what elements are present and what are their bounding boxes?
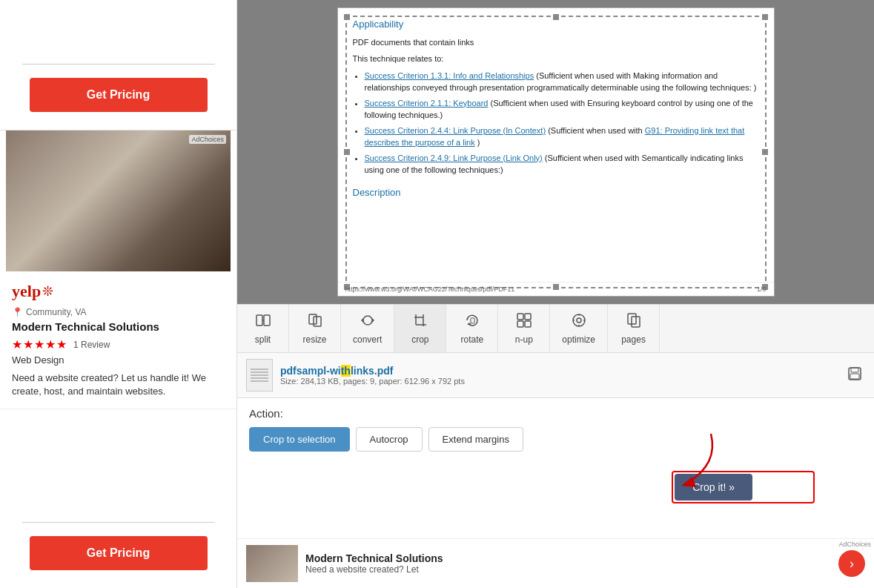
- yelp-location: 📍 Community, VA: [12, 307, 225, 317]
- pdf-link-3[interactable]: Success Criterion 2.4.4: Link Purpose (I…: [365, 126, 546, 135]
- ad-image: AdChoices: [6, 131, 231, 271]
- location-pin-icon: 📍: [12, 307, 23, 317]
- svg-rect-4: [314, 317, 321, 326]
- autocrop-button[interactable]: Autocrop: [356, 427, 423, 452]
- yelp-logo: yelp ❊: [12, 282, 225, 301]
- meeting-photo: [6, 131, 231, 271]
- business-description: Need a website created? Let us handle it…: [12, 371, 225, 398]
- action-buttons: Crop to selection Autocrop Extend margin…: [249, 427, 862, 452]
- svg-rect-14: [525, 314, 531, 320]
- left-sidebar: Get Pricing AdChoices yelp ❊ 📍 Community…: [0, 0, 237, 588]
- get-pricing-button-bottom[interactable]: Get Pricing: [30, 536, 208, 570]
- file-info: pdfsampl-withlinks.pdf Size: 284,13 KB, …: [237, 353, 874, 398]
- toolbar-resize[interactable]: resize: [289, 305, 341, 352]
- toolbar-convert[interactable]: convert: [341, 305, 394, 352]
- ad-divider-top: [22, 64, 215, 65]
- pdf-content: Applicability PDF documents that contain…: [338, 8, 774, 213]
- ad-top-section: Get Pricing: [0, 0, 236, 131]
- toolbar-optimize[interactable]: optimize: [550, 305, 608, 352]
- ad-choices-overlay: AdChoices: [189, 135, 226, 144]
- action-label: Action:: [249, 407, 862, 420]
- bottom-ad-image: [246, 545, 298, 582]
- red-arrow: [637, 426, 726, 493]
- location-text: Community, VA: [26, 307, 87, 317]
- pdf-text1: PDF documents that contain links: [353, 36, 759, 49]
- pdf-text2: This technique relates to:: [353, 53, 759, 65]
- pdf-link-2[interactable]: Success Criterion 2.1.1: Keyboard: [365, 99, 489, 108]
- file-name-start: pdfsampl-wi: [280, 365, 341, 377]
- bottom-ad-cta-button[interactable]: ›: [838, 550, 865, 577]
- extend-margins-button[interactable]: Extend margins: [428, 427, 523, 452]
- crop-to-selection-button[interactable]: Crop to selection: [249, 427, 350, 452]
- pdf-link-3-rest2: ): [477, 138, 480, 147]
- crop-icon: [412, 312, 428, 332]
- get-pricing-button-top[interactable]: Get Pricing: [30, 78, 208, 112]
- n-up-label: n-up: [515, 334, 533, 345]
- pdf-viewer: Applicability PDF documents that contain…: [237, 0, 874, 304]
- rotate-label: rotate: [461, 334, 484, 345]
- yelp-text: yelp: [12, 282, 41, 301]
- resize-icon: [307, 312, 323, 332]
- ad-image-block: AdChoices: [0, 131, 236, 271]
- pdf-link-4[interactable]: Success Criterion 2.4.9: Link Purpose (L…: [365, 153, 543, 162]
- pdf-description-title: Description: [353, 185, 759, 200]
- svg-rect-0: [256, 315, 262, 326]
- ad-divider-bottom: [22, 522, 215, 523]
- n-up-icon: [516, 312, 532, 332]
- bottom-ad-choices: AdChoices: [838, 541, 871, 548]
- file-name-end: links.pdf: [351, 365, 394, 377]
- file-icon: [246, 359, 273, 392]
- bottom-ad-desc: Need a website created? Let: [305, 564, 443, 575]
- yelp-section: yelp ❊ 📍 Community, VA Modern Technical …: [0, 271, 236, 409]
- split-icon: [255, 312, 271, 332]
- file-save-button[interactable]: [844, 363, 865, 388]
- business-category: Web Design: [12, 354, 225, 366]
- pdf-footer-page: 1/9: [757, 285, 767, 293]
- toolbar-rotate[interactable]: rotate: [446, 305, 498, 352]
- stars-display: ★★★★★: [12, 337, 67, 351]
- review-count: 1 Review: [73, 340, 110, 350]
- svg-rect-16: [525, 321, 531, 327]
- toolbar-crop[interactable]: crop: [394, 305, 446, 352]
- ad-bottom-section: Get Pricing: [0, 503, 236, 588]
- crop-it-section: Crop it! »: [237, 463, 874, 511]
- toolbar-split[interactable]: split: [237, 305, 289, 352]
- pdf-footer-url: https://www.w3.org/WAI/WCAG22/Techniques…: [345, 285, 515, 293]
- pdf-link-1[interactable]: Success Criterion 1.3.1: Info and Relati…: [365, 71, 534, 80]
- optimize-icon: [571, 312, 587, 332]
- svg-rect-26: [851, 368, 858, 372]
- convert-icon: [360, 312, 376, 332]
- pdf-applicability-title: Applicability: [353, 17, 759, 32]
- main-content: Applicability PDF documents that contain…: [237, 0, 874, 588]
- svg-point-18: [577, 318, 581, 323]
- ad-spacer: [12, 12, 225, 56]
- list-item: Success Criterion 2.4.4: Link Purpose (I…: [365, 125, 759, 149]
- svg-rect-15: [517, 321, 523, 327]
- pdf-footer: https://www.w3.org/WAI/WCAG22/Techniques…: [338, 282, 774, 296]
- stars-row: ★★★★★ 1 Review: [12, 337, 225, 351]
- bottom-ad-title: Modern Technical Solutions: [305, 552, 443, 564]
- toolbar: split resize convert: [237, 304, 874, 353]
- pages-icon: [626, 312, 642, 332]
- split-label: split: [255, 334, 271, 345]
- svg-marker-6: [361, 318, 363, 323]
- business-name: Modern Technical Solutions: [12, 320, 225, 333]
- pdf-list: Success Criterion 1.3.1: Info and Relati…: [365, 70, 759, 176]
- file-meta: Size: 284,13 KB, pages: 9, paper: 612.96…: [280, 377, 844, 386]
- pdf-link-3-rest: (Sufficient when used with: [548, 126, 645, 135]
- yelp-burst-icon: ❊: [42, 283, 53, 300]
- optimize-label: optimize: [562, 334, 595, 345]
- toolbar-pages[interactable]: pages: [608, 305, 660, 352]
- svg-rect-13: [517, 314, 523, 320]
- toolbar-n-up[interactable]: n-up: [498, 305, 550, 352]
- svg-rect-12: [471, 318, 474, 323]
- file-details: pdfsampl-withlinks.pdf Size: 284,13 KB, …: [280, 365, 844, 386]
- pages-label: pages: [621, 334, 646, 345]
- file-name: pdfsampl-withlinks.pdf: [280, 365, 844, 377]
- crop-label: crop: [411, 334, 428, 345]
- bottom-ad-text: Modern Technical Solutions Need a websit…: [305, 552, 443, 575]
- svg-point-17: [573, 314, 585, 326]
- list-item: Success Criterion 2.1.1: Keyboard (Suffi…: [365, 97, 759, 122]
- list-item: Success Criterion 1.3.1: Info and Relati…: [365, 70, 759, 94]
- svg-rect-3: [309, 314, 317, 324]
